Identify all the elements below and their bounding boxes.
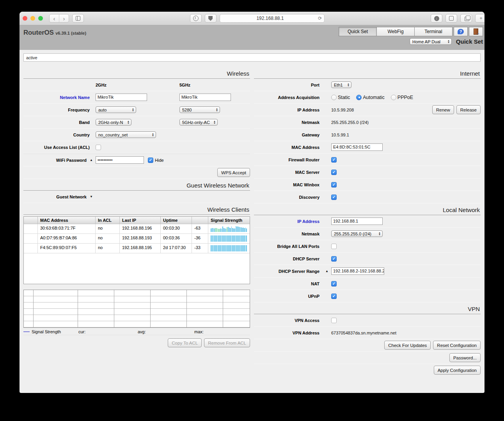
acl-buttons-row: Copy To ACL Remove From ACL — [23, 335, 250, 350]
password-extension-button[interactable] — [190, 14, 202, 23]
reload-icon[interactable]: ⟳ — [318, 16, 322, 21]
shield-extension-button[interactable] — [205, 14, 217, 23]
share-button[interactable] — [445, 14, 457, 23]
reset-configuration-button[interactable]: Reset Configuration — [433, 341, 481, 350]
help-icon: ? — [458, 29, 464, 34]
band-label: Band — [23, 120, 96, 125]
nat-checkbox[interactable]: ✓ — [331, 281, 337, 287]
band-row: Band 2GHz-only-N ▲▼ 5GHz-only-AC ▲▼ — [23, 116, 250, 129]
dhcp-range-input[interactable]: 192.168.88.2-192.168.88.254 — [331, 267, 384, 275]
discovery-label: Discovery — [254, 195, 331, 200]
mac-winbox-checkbox[interactable]: ✓ — [331, 182, 337, 188]
band-header-row: 2GHz 5GHz — [23, 79, 250, 91]
desktop-background: ‹ › 192.168.88.1 ⟳ ↓ + RouterOS v6.39.1 … — [0, 0, 504, 421]
wifi-password-input[interactable]: •••••••••• — [96, 156, 144, 164]
vpn-access-checkbox[interactable] — [331, 318, 337, 323]
network-name-2ghz-input[interactable]: MikroTik — [96, 94, 147, 101]
uptime-cell: 00:03:30 — [161, 224, 192, 234]
collapse-icon[interactable]: ▲ — [325, 269, 331, 273]
wan-ip-label: IP Address — [254, 108, 331, 112]
signal-strength-bars — [208, 224, 250, 234]
internet-section-title: Internet — [254, 67, 481, 79]
collapse-icon[interactable]: ▲ — [90, 158, 96, 162]
mac-address-cell: F4:5C:89:9D:07:F5 — [38, 244, 96, 253]
zoom-window-button[interactable] — [38, 16, 43, 21]
tab-quick-set[interactable]: Quick Set — [339, 27, 377, 36]
table-row[interactable]: F4:5C:89:9D:07:F5no192.168.88.1952d 17:0… — [24, 244, 250, 253]
logout-button[interactable] — [469, 27, 483, 36]
status-bar: active — [23, 53, 481, 62]
frequency-2ghz-select[interactable]: auto ▲▼ — [96, 106, 136, 113]
apply-configuration-button[interactable]: Apply Configuration — [434, 366, 481, 375]
radio-static[interactable]: Static — [331, 95, 350, 100]
mac-address-input[interactable]: E4:8D:8C:53:01:5C — [331, 143, 383, 151]
logout-door-icon — [474, 28, 478, 35]
in-acl-cell: no — [96, 244, 120, 253]
sidebar-button[interactable] — [72, 14, 84, 23]
dhcp-server-row: DHCP Server ✓ — [254, 253, 481, 265]
browser-window: ‹ › 192.168.88.1 ⟳ ↓ + RouterOS v6.39.1 … — [20, 12, 484, 393]
mac-winbox-row: MAC Winbox ✓ — [254, 179, 481, 191]
renew-button[interactable]: Renew — [432, 105, 454, 114]
mac-address-label: MAC Address — [254, 145, 331, 150]
back-button[interactable]: ‹ — [50, 14, 59, 22]
radio-automatic[interactable]: Automatic — [356, 95, 385, 100]
lan-ip-input[interactable]: 192.168.88.1 — [331, 218, 383, 225]
shield-icon — [208, 16, 213, 21]
signal-strength-bars — [208, 234, 250, 244]
tab-overview-button[interactable] — [460, 14, 472, 23]
url-text[interactable]: 192.168.88.1 — [222, 16, 318, 21]
keyhole-icon — [193, 16, 199, 21]
remove-from-acl-button[interactable]: Remove From ACL — [204, 338, 250, 347]
close-window-button[interactable] — [23, 16, 27, 21]
frequency-5ghz-select[interactable]: 5280 ▲▼ — [179, 106, 220, 113]
help-button[interactable]: ? — [454, 27, 468, 36]
firewall-router-checkbox[interactable]: ✓ — [331, 157, 337, 163]
new-tab-button[interactable]: + — [475, 14, 484, 23]
bridge-row: Bridge All LAN Ports — [254, 240, 481, 253]
wps-accept-button[interactable]: WPS Accept — [217, 168, 250, 177]
clients-section-title: Wireless Clients — [23, 203, 250, 215]
hide-password-checkbox[interactable]: ✓ — [148, 157, 153, 163]
lan-netmask-select[interactable]: 255.255.255.0 (/24) ▲▼ — [331, 230, 383, 237]
port-select[interactable]: Eth1 ▲▼ — [331, 81, 351, 88]
table-row[interactable]: 30:63:6B:03:71:7Fno192.168.88.19600:03:3… — [24, 224, 250, 234]
sidebar-icon — [76, 16, 80, 21]
country-select[interactable]: no_country_set ▲▼ — [96, 131, 156, 138]
expand-icon[interactable]: ▼ — [90, 195, 96, 198]
forward-button[interactable]: › — [59, 14, 69, 22]
vpn-access-row: VPN Access — [254, 314, 481, 327]
use-acl-checkbox[interactable] — [96, 145, 101, 150]
table-row[interactable]: A0:D7:95:B7:0A:86no192.168.88.19300:03:3… — [24, 234, 250, 244]
mode-select[interactable]: Home AP Dual ▲▼ — [410, 38, 452, 45]
wan-ip-row: IP Address 10.5.99.208 Renew Release — [254, 104, 481, 116]
release-button[interactable]: Release — [456, 105, 481, 114]
mode-select-value: Home AP Dual — [412, 39, 440, 44]
discovery-checkbox[interactable]: ✓ — [331, 195, 337, 200]
band-5ghz-select[interactable]: 5GHz-only-AC ▲▼ — [179, 119, 218, 126]
address-bar[interactable]: 192.168.88.1 ⟳ — [220, 14, 325, 23]
radio-pppoe[interactable]: PPPoE — [391, 95, 413, 100]
check-for-updates-button[interactable]: Check For Updates — [384, 341, 431, 350]
nat-label: NAT — [254, 281, 331, 286]
network-name-5ghz-input[interactable]: MikroTik — [179, 94, 231, 101]
mac-server-checkbox[interactable]: ✓ — [331, 170, 337, 175]
password-button[interactable]: Password... — [449, 353, 481, 362]
tab-terminal[interactable]: Terminal — [414, 27, 453, 36]
tab-webfig[interactable]: WebFig — [376, 27, 415, 36]
band-2ghz-select[interactable]: 2GHz-only-N ▲▼ — [96, 119, 131, 126]
upnp-checkbox[interactable]: ✓ — [331, 294, 337, 299]
address-acquisition-row: Address Acquisition Static Automatic PPP… — [254, 91, 481, 104]
vpn-address-row: VPN Address 6737054837da.sn.mynetname.ne… — [254, 327, 481, 339]
wan-netmask-value: 255.255.255.0 (/24) — [331, 120, 369, 125]
minimize-window-button[interactable] — [30, 16, 35, 21]
copy-to-acl-button[interactable]: Copy To ACL — [168, 338, 202, 347]
local-network-section-title: Local Network — [254, 203, 481, 215]
legend-line-icon — [23, 331, 30, 332]
vpn-access-label: VPN Access — [254, 318, 331, 323]
downloads-button[interactable]: ↓ — [431, 14, 442, 23]
bridge-checkbox[interactable] — [331, 244, 337, 249]
maintenance-buttons-row: Check For Updates Reset Configuration — [254, 339, 481, 352]
dhcp-server-checkbox[interactable]: ✓ — [331, 256, 337, 262]
select-arrows-icon: ▲▼ — [213, 108, 218, 111]
